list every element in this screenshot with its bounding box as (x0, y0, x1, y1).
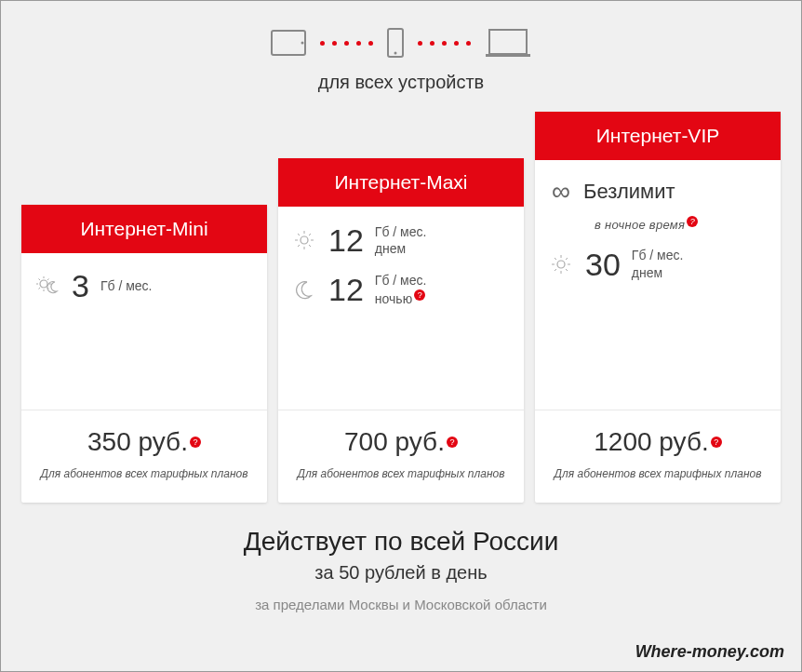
svg-line-13 (39, 288, 41, 289)
svg-line-32 (566, 258, 568, 260)
svg-rect-0 (272, 31, 305, 55)
svg-line-30 (566, 269, 568, 271)
sun-icon (291, 229, 317, 251)
feature-value: 12 (328, 274, 364, 305)
svg-point-24 (557, 261, 565, 268)
feature-value: 12 (328, 224, 364, 256)
feature-unit: Гб / мес. (100, 277, 153, 294)
plan-note: Для абонентов всех тарифных планов (291, 466, 511, 482)
plan-footer: 1200 руб.? Для абонентов всех тарифных п… (535, 410, 781, 503)
help-icon[interactable]: ? (687, 216, 698, 227)
devices-caption: для всех устройств (1, 72, 801, 93)
svg-line-22 (298, 245, 300, 247)
infinity-icon: ∞ (552, 177, 570, 207)
bottom-sub1: за 50 рублей в день (1, 562, 801, 584)
svg-point-15 (301, 236, 308, 244)
help-icon[interactable]: ? (711, 437, 722, 448)
svg-point-1 (301, 42, 304, 45)
price-row: 700 руб.? (291, 427, 511, 457)
feature-day: 12 Гб / мес. днем (291, 223, 511, 257)
svg-line-21 (309, 245, 311, 247)
moon-icon (291, 279, 317, 300)
unlimited-label: Безлимит (583, 180, 675, 204)
feature-unlimited: ∞ Безлимит (548, 177, 768, 207)
unit-top: Гб / мес. (632, 248, 684, 262)
tablet-icon (270, 29, 307, 57)
feature-night: 12 Гб / мес. ночью? (291, 272, 511, 306)
feature-unit: Гб / мес. ночью? (375, 272, 427, 306)
sun-moon-icon (34, 275, 60, 297)
plan-body: 12 Гб / мес. днем 12 Гб / мес. ночью? (278, 207, 524, 410)
svg-rect-4 (489, 30, 527, 54)
feature-value: 30 (585, 249, 621, 280)
bottom-section: Действует по всей России за 50 рублей в … (1, 527, 801, 612)
plan-body: ∞ Безлимит в ночное время? 30 Гб / мес. … (535, 160, 781, 410)
svg-line-31 (555, 269, 556, 271)
devices-row (1, 27, 801, 59)
unlimited-note: в ночное время? (548, 216, 768, 232)
help-icon[interactable]: ? (447, 437, 458, 448)
help-icon[interactable]: ? (190, 437, 201, 448)
svg-line-11 (39, 279, 41, 281)
help-icon[interactable]: ? (414, 289, 425, 301)
plan-footer: 350 руб.? Для абонентов всех тарифных пл… (21, 410, 267, 503)
plan-body: 3 Гб / мес. (21, 253, 267, 410)
svg-line-23 (309, 234, 311, 235)
price: 1200 руб. (594, 427, 708, 456)
bottom-sub2: за пределами Москвы и Московской области (1, 597, 801, 612)
unit-bottom: днем (375, 241, 406, 256)
bottom-title: Действует по всей России (1, 527, 801, 557)
price: 350 руб. (87, 427, 188, 456)
svg-line-20 (298, 234, 300, 235)
svg-line-14 (47, 279, 49, 281)
price-row: 1200 руб.? (548, 427, 768, 457)
plan-note: Для абонентов всех тарифных планов (548, 466, 768, 482)
feature-anytime: 3 Гб / мес. (34, 270, 254, 302)
feature-unit: Гб / мес. днем (375, 223, 427, 257)
svg-point-6 (40, 280, 47, 288)
plans-container: Интернет-Mini 3 Гб / мес. 350 руб.? Для … (1, 112, 801, 503)
svg-line-29 (555, 258, 556, 260)
plan-mini[interactable]: Интернет-Mini 3 Гб / мес. 350 руб.? Для … (21, 205, 267, 503)
laptop-icon (484, 27, 532, 59)
watermark: Where-money.com (635, 642, 784, 662)
feature-day: 30 Гб / мес. днем (548, 247, 768, 280)
plan-note: Для абонентов всех тарифных планов (34, 466, 254, 482)
svg-rect-5 (486, 54, 530, 57)
connector-dots (418, 41, 471, 46)
svg-point-3 (394, 52, 397, 55)
unit-top: Гб / мес. (375, 273, 427, 288)
unit-bottom: днем (632, 265, 662, 280)
plan-title: Интернет-VIP (535, 112, 781, 160)
plan-vip[interactable]: Интернет-VIP ∞ Безлимит в ночное время? … (535, 112, 781, 503)
feature-unit: Гб / мес. днем (632, 247, 684, 280)
plan-maxi[interactable]: Интернет-Maxi 12 Гб / мес. днем 12 Гб / … (278, 158, 524, 503)
plan-footer: 700 руб.? Для абонентов всех тарифных пл… (278, 410, 524, 503)
price-row: 350 руб.? (34, 427, 254, 457)
phone-icon (386, 27, 405, 59)
price: 700 руб. (344, 427, 445, 456)
unit-bottom: ночью (375, 290, 412, 305)
unit-top: Гб / мес. (375, 224, 427, 239)
feature-value: 3 (72, 270, 89, 302)
sun-icon (548, 253, 574, 276)
connector-dots (320, 41, 373, 46)
plan-title: Интернет-Mini (21, 205, 267, 253)
plan-title: Интернет-Maxi (278, 158, 524, 207)
